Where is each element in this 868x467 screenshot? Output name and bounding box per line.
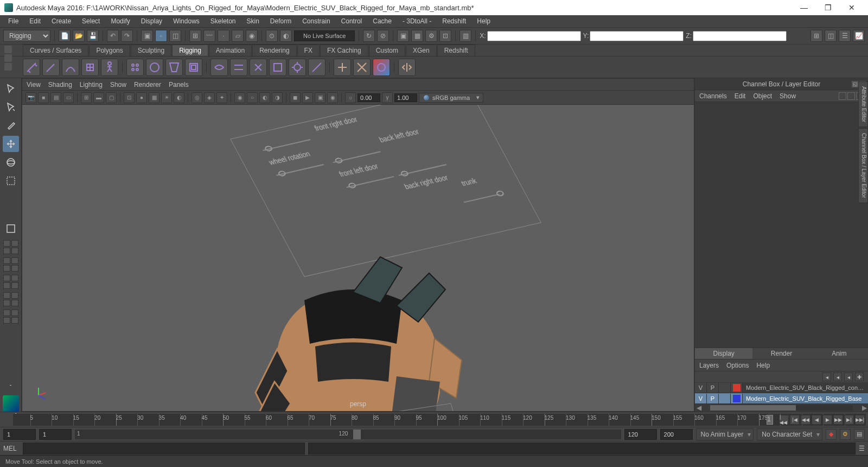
paint-icon[interactable] — [373, 59, 390, 76]
channel-box-tab[interactable]: Channel Box / Layer Editor — [858, 128, 868, 203]
attribute-editor-tab[interactable]: Attribute Editor — [858, 81, 868, 127]
select-tool[interactable] — [3, 80, 19, 97]
pivot-icon[interactable] — [334, 59, 351, 76]
playback-btn-1[interactable]: |◀ — [790, 415, 800, 425]
playback-btn-5[interactable]: ▶▶ — [833, 415, 843, 425]
vp-iso-icon[interactable]: ◎ — [192, 92, 202, 103]
layer-icon3[interactable]: ◂ — [844, 373, 853, 381]
z-input[interactable] — [693, 31, 787, 41]
constraint3-icon[interactable] — [250, 59, 267, 76]
ik-handle-icon[interactable] — [42, 59, 60, 76]
outliner-icon[interactable]: ☰ — [839, 30, 851, 42]
y-input[interactable] — [590, 31, 684, 41]
magnet-icon[interactable]: ⊙ — [266, 30, 278, 42]
layer-tab-render[interactable]: Render — [752, 348, 810, 359]
shelf-tab-animation[interactable]: Animation — [209, 45, 252, 56]
playback-btn-7[interactable]: ▶▶| — [855, 415, 865, 425]
layout-grid4[interactable] — [3, 292, 18, 306]
layer-type-toggle[interactable] — [719, 383, 731, 393]
menu-edit[interactable]: Edit — [24, 16, 46, 27]
redo-icon[interactable]: ↷ — [121, 30, 133, 42]
vp-2d-icon[interactable]: ▭ — [63, 92, 74, 103]
constraint1-icon[interactable] — [210, 59, 228, 76]
layout-grid3[interactable] — [3, 275, 18, 289]
menu-constrain[interactable]: Constrain — [297, 16, 335, 27]
playback-btn-4[interactable]: ▶ — [822, 415, 832, 425]
vp-grid-icon[interactable]: ⊞ — [81, 92, 92, 103]
range-end-out-input[interactable] — [660, 429, 693, 440]
vp-exposure-input[interactable] — [358, 93, 380, 102]
autokey-icon[interactable]: ⚙ — [840, 429, 851, 440]
layers-menu-help[interactable]: Help — [756, 362, 770, 369]
vp-menu-show[interactable]: Show — [110, 81, 126, 89]
vp-menu-view[interactable]: View — [27, 81, 41, 89]
graph-editor-icon[interactable]: 📈 — [853, 30, 865, 42]
x-input[interactable] — [487, 31, 581, 41]
scale-tool[interactable] — [3, 173, 19, 189]
layer-tab-display[interactable]: Display — [695, 348, 752, 359]
cb-menu-object[interactable]: Object — [753, 92, 772, 100]
menu-redshift[interactable]: Redshift — [437, 16, 471, 27]
viewport[interactable]: front right door wheel rotation back lef… — [22, 105, 694, 411]
minimize-button[interactable]: — — [792, 0, 816, 15]
shelf-tab-polygons[interactable]: Polygons — [89, 45, 130, 56]
close-button[interactable]: ✕ — [840, 0, 864, 15]
shelf-tab-redshift[interactable]: Redshift — [437, 45, 475, 56]
render-icon[interactable]: ▣ — [397, 30, 409, 42]
range-end-input[interactable] — [624, 429, 657, 440]
layout-grid5[interactable] — [3, 310, 18, 324]
menu-skeleton[interactable]: Skeleton — [206, 16, 241, 27]
anim-layer-combo[interactable]: No Anim Layer — [696, 428, 754, 440]
menu-cache[interactable]: Cache — [368, 16, 397, 27]
vp-bookmark-icon[interactable]: ■ — [38, 92, 49, 103]
paint-tool[interactable] — [3, 117, 19, 134]
move-tool[interactable] — [3, 136, 19, 152]
snap-grid-icon[interactable]: ⊞ — [189, 30, 201, 42]
panel-layout-icon[interactable]: ▥ — [459, 30, 471, 42]
shelf-tab-rigging[interactable]: Rigging — [172, 45, 208, 56]
layout-grid2[interactable] — [3, 257, 18, 272]
layer-row[interactable]: VPModern_Electric_SUV_Black_Rigged_contr… — [695, 382, 868, 393]
vp-cam-icon[interactable]: 📷 — [25, 92, 36, 103]
vp-wire-icon[interactable]: ⊡ — [124, 92, 135, 103]
command-input[interactable] — [23, 443, 305, 455]
cb-menu-show[interactable]: Show — [780, 92, 796, 100]
shelf-tab-sculpting[interactable]: Sculpting — [131, 45, 171, 56]
mel-label[interactable]: MEL — [3, 445, 20, 452]
shelf-tab-fx[interactable]: FX — [297, 45, 320, 56]
wrap-icon[interactable] — [165, 59, 183, 76]
snap-point-icon[interactable]: · — [218, 30, 229, 42]
layer-new-icon[interactable]: ✚ — [855, 373, 864, 381]
script-editor-icon[interactable]: ☰ — [859, 445, 865, 452]
vp-tex-icon[interactable]: ▦ — [149, 92, 159, 103]
layer-color-swatch[interactable] — [731, 383, 743, 393]
ipr-icon[interactable]: ▦ — [411, 30, 423, 42]
menu-display[interactable]: Display — [136, 16, 167, 27]
playback-btn-6[interactable]: ▶| — [844, 415, 854, 425]
menu-deform[interactable]: Deform — [265, 16, 296, 27]
vp-menu-shading[interactable]: Shading — [48, 81, 72, 89]
snap-curve-icon[interactable]: 〰 — [203, 30, 215, 42]
timeline-end-handle[interactable]: 1 — [767, 415, 773, 425]
maximize-button[interactable]: ❐ — [816, 0, 840, 15]
vp-menu-panels[interactable]: Panels — [169, 81, 189, 89]
layer-icon2[interactable]: ◂ — [833, 373, 842, 381]
menu-help[interactable]: Help — [472, 16, 495, 27]
layer-color-swatch[interactable] — [731, 394, 743, 403]
vp-light-icon[interactable]: ☀ — [161, 92, 172, 103]
tool-settings-icon[interactable]: - — [3, 377, 19, 393]
shelf-tab-rendering[interactable]: Rendering — [252, 45, 296, 56]
mirror-icon[interactable] — [398, 59, 416, 76]
vp-expo-icon[interactable]: ☼ — [345, 92, 356, 103]
constraint4-icon[interactable] — [269, 59, 286, 76]
range-start-in-input[interactable] — [39, 429, 72, 440]
vp-light2-icon[interactable]: ○ — [247, 92, 258, 103]
joint-tool-icon[interactable] — [23, 59, 40, 76]
playback-btn-0[interactable]: |◀◀ — [779, 415, 789, 425]
vp-gamma-input[interactable] — [394, 93, 417, 102]
shelf-tab-fxcaching[interactable]: FX Caching — [320, 45, 368, 56]
live-surface-field[interactable]: No Live Surface — [294, 30, 355, 41]
layer-type-toggle[interactable] — [719, 394, 731, 403]
vp-gate-icon[interactable]: ▢ — [106, 92, 117, 103]
shelf-tab-custom[interactable]: Custom — [369, 45, 405, 56]
